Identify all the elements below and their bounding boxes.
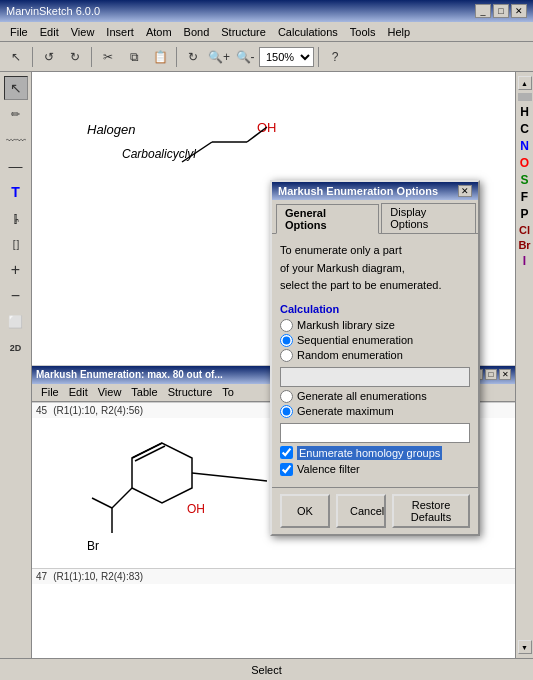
wave-tool[interactable]: 〰〰 <box>4 128 28 152</box>
radio-random[interactable] <box>280 349 293 362</box>
radio-gen-max-label: Generate maximum <box>297 405 394 417</box>
element-N[interactable]: N <box>520 138 529 154</box>
bracket-tool[interactable]: []ₙ <box>4 206 28 230</box>
br-label-45: Br <box>87 539 99 553</box>
radio-markush-row: Markush library size <box>280 319 470 332</box>
minimize-button[interactable]: _ <box>475 4 491 18</box>
arrow-tool[interactable]: ↖ <box>4 76 28 100</box>
rotate-btn[interactable]: ↻ <box>181 45 205 69</box>
separator-4 <box>318 47 319 67</box>
dialog-tabs: General Options Display Options <box>272 200 478 234</box>
menu-insert[interactable]: Insert <box>100 25 140 39</box>
help-btn[interactable]: ? <box>323 45 347 69</box>
element-S[interactable]: S <box>520 172 528 188</box>
mol-47-label: 47 <box>36 571 47 582</box>
radio-gen-max-row: Generate maximum <box>280 405 470 418</box>
redo-btn[interactable]: ↻ <box>63 45 87 69</box>
add-tool[interactable]: + <box>4 258 28 282</box>
active-value-input[interactable]: 10000 <box>280 423 470 443</box>
element-O[interactable]: O <box>520 155 529 171</box>
radio-gen-max[interactable] <box>280 405 293 418</box>
dialog-info: To enumerate only a part of your Markush… <box>280 242 470 295</box>
dialog-title: Markush Enumeration Options <box>278 185 438 197</box>
mol-45-label: 45 <box>36 405 47 416</box>
menu-atom[interactable]: Atom <box>140 25 178 39</box>
mol-47-params: (R1(1):10, R2(4):83) <box>53 571 143 582</box>
radio-markush[interactable] <box>280 319 293 332</box>
sub-menu-structure[interactable]: Structure <box>163 386 218 398</box>
menu-help[interactable]: Help <box>382 25 417 39</box>
element-Cl[interactable]: Cl <box>519 223 530 237</box>
zoom-out-btn[interactable]: 🔍- <box>233 45 257 69</box>
ok-button[interactable]: OK <box>280 494 330 528</box>
tab-general-options[interactable]: General Options <box>276 204 379 234</box>
ring-tool[interactable]: [ ] <box>4 232 28 256</box>
molecule-svg <box>82 112 302 212</box>
radio-random-label: Random enumeration <box>297 349 403 361</box>
line-tool[interactable]: — <box>4 154 28 178</box>
menu-bar: File Edit View Insert Atom Bond Structur… <box>0 22 533 42</box>
menu-tools[interactable]: Tools <box>344 25 382 39</box>
menu-structure[interactable]: Structure <box>215 25 272 39</box>
oh-45-text: OH <box>187 502 205 516</box>
radio-random-row: Random enumeration <box>280 349 470 362</box>
cancel-button[interactable]: Cancel <box>336 494 386 528</box>
mol-47-structure: HO Br Br <box>32 584 515 659</box>
status-bar: Select <box>0 658 533 680</box>
rect-tool[interactable]: ⬜ <box>4 310 28 334</box>
app-title: MarvinSketch 6.0.0 <box>6 5 100 17</box>
tab-display-options[interactable]: Display Options <box>381 203 476 233</box>
undo-btn[interactable]: ↺ <box>37 45 61 69</box>
text-tool[interactable]: T <box>4 180 28 204</box>
minus-tool[interactable]: − <box>4 284 28 308</box>
radio-gen-all-label: Generate all enumerations <box>297 390 427 402</box>
checkbox-homology[interactable] <box>280 446 293 459</box>
element-F[interactable]: F <box>521 189 528 205</box>
menu-calculations[interactable]: Calculations <box>272 25 344 39</box>
cut-btn[interactable]: ✂ <box>96 45 120 69</box>
status-text: Select <box>251 664 282 676</box>
menu-edit[interactable]: Edit <box>34 25 65 39</box>
mol-45-params: (R1(1):10, R2(4):56) <box>53 405 143 416</box>
paste-btn[interactable]: 📋 <box>148 45 172 69</box>
copy-btn[interactable]: ⧉ <box>122 45 146 69</box>
element-Br[interactable]: Br <box>518 238 530 252</box>
zoom-select[interactable]: 50% 75% 100% 150% 200% <box>259 47 314 67</box>
maximize-button[interactable]: □ <box>493 4 509 18</box>
2d-tool[interactable]: 2D <box>4 336 28 360</box>
close-button[interactable]: ✕ <box>511 4 527 18</box>
calculation-header: Calculation <box>280 303 470 315</box>
radio-sequential[interactable] <box>280 334 293 347</box>
pencil-tool[interactable]: ✏ <box>4 102 28 126</box>
sub-menu-view[interactable]: View <box>93 386 127 398</box>
element-P[interactable]: P <box>520 206 528 222</box>
dialog-close-btn[interactable]: ✕ <box>458 185 472 197</box>
menu-bond[interactable]: Bond <box>178 25 216 39</box>
restore-defaults-button[interactable]: Restore Defaults <box>392 494 470 528</box>
element-I[interactable]: I <box>523 253 526 269</box>
sub-menu-table[interactable]: Table <box>126 386 162 398</box>
checkbox-valence-row: Valence filter <box>280 463 470 476</box>
sub-maximize[interactable]: □ <box>485 369 497 380</box>
inactive-value-input[interactable]: 10000 <box>280 367 470 387</box>
mol-47-svg: HO Br <box>32 584 302 659</box>
sub-close[interactable]: ✕ <box>499 369 511 380</box>
radio-gen-all[interactable] <box>280 390 293 403</box>
mol-row-47-header: 47 (R1(1):10, R2(4):83) <box>32 568 515 584</box>
sub-menu-file[interactable]: File <box>36 386 64 398</box>
checkbox-valence[interactable] <box>280 463 293 476</box>
window-controls: _ □ ✕ <box>475 4 527 18</box>
right-scroll-down[interactable]: ▼ <box>518 640 532 654</box>
sub-menu-to[interactable]: To <box>217 386 239 398</box>
menu-file[interactable]: File <box>4 25 34 39</box>
left-toolbar: ↖ ✏ 〰〰 — T []ₙ [ ] + − ⬜ 2D <box>0 72 32 658</box>
element-C[interactable]: C <box>520 121 529 137</box>
select-tool-btn[interactable]: ↖ <box>4 45 28 69</box>
info-line3: select the part to be enumerated. <box>280 277 470 295</box>
element-H[interactable]: H <box>520 104 529 120</box>
right-scroll-up[interactable]: ▲ <box>518 76 532 90</box>
sub-menu-edit[interactable]: Edit <box>64 386 93 398</box>
menu-view[interactable]: View <box>65 25 101 39</box>
zoom-in-btn[interactable]: 🔍+ <box>207 45 231 69</box>
right-sidebar: ▲ H C N O S F P Cl Br I ▼ <box>515 72 533 658</box>
